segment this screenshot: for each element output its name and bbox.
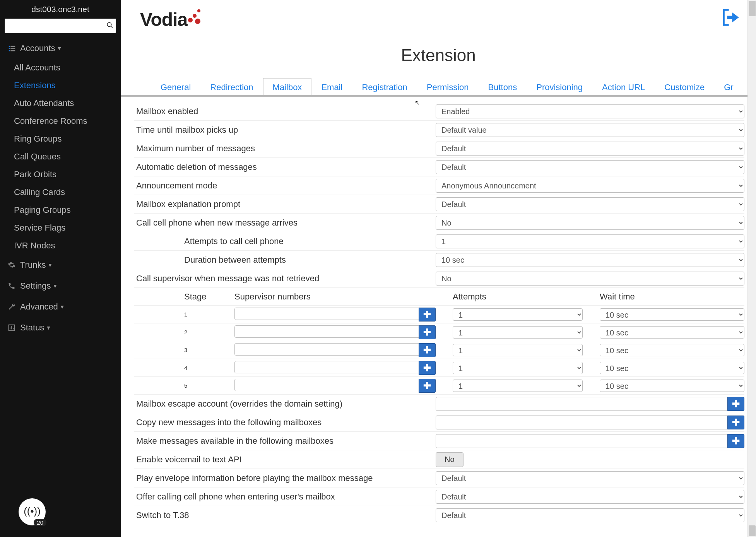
add-escape-account-button[interactable]: ✚ bbox=[727, 397, 744, 411]
page-scrollbar[interactable] bbox=[747, 0, 756, 537]
wrench-icon bbox=[8, 303, 20, 311]
nav-section-settings[interactable]: Settings ▼ bbox=[0, 275, 121, 296]
supervisor-row: 3 ✚ 1 10 sec bbox=[134, 341, 744, 359]
connection-badge[interactable]: ((•)) 20 bbox=[19, 498, 46, 525]
scrollbar-thumb-top[interactable] bbox=[749, 1, 756, 16]
label-copy-into: Copy new messages into the following mai… bbox=[134, 417, 436, 428]
select-call-cell-new[interactable]: No bbox=[436, 216, 744, 230]
sidebar-item-extensions[interactable]: Extensions bbox=[0, 77, 121, 94]
select-explanation-prompt[interactable]: Default bbox=[436, 197, 744, 211]
add-supervisor-button[interactable]: ✚ bbox=[419, 361, 436, 375]
supervisor-wait-select[interactable]: 10 sec bbox=[600, 308, 744, 321]
supervisor-numbers-input[interactable] bbox=[234, 325, 420, 338]
select-call-supervisor[interactable]: No bbox=[436, 272, 744, 286]
supervisor-attempts-select[interactable]: 1 bbox=[453, 344, 583, 356]
tab-customize[interactable]: Customize bbox=[655, 78, 714, 95]
supervisor-row: 5 ✚ 1 10 sec bbox=[134, 377, 744, 395]
label-play-envelope: Play envelope information before playing… bbox=[134, 473, 436, 483]
nav-section-accounts[interactable]: Accounts ▼ bbox=[0, 38, 121, 59]
label-switch-t38: Switch to T.38 bbox=[134, 510, 436, 520]
supervisor-numbers-input[interactable] bbox=[234, 361, 420, 373]
add-copy-into-button[interactable]: ✚ bbox=[727, 416, 744, 429]
search-box[interactable] bbox=[5, 19, 116, 33]
tab-permission[interactable]: Permission bbox=[417, 78, 479, 95]
tab-registration[interactable]: Registration bbox=[352, 78, 417, 95]
content-area: Mailbox enabled Enabled Time until mailb… bbox=[121, 97, 756, 537]
label-call-cell-new: Call cell phone when new message arrives bbox=[134, 218, 436, 228]
search-icon[interactable] bbox=[104, 22, 116, 31]
select-cell-attempts[interactable]: 1 bbox=[436, 234, 744, 248]
select-announcement-mode[interactable]: Anonymous Announcement bbox=[436, 179, 744, 193]
select-max-messages[interactable]: Default bbox=[436, 142, 744, 156]
tab-mailbox[interactable]: Mailbox bbox=[263, 78, 312, 95]
select-auto-delete[interactable]: Default bbox=[436, 160, 744, 174]
select-offer-cell[interactable]: Default bbox=[436, 490, 744, 504]
label-explanation-prompt: Mailbox explanation prompt bbox=[134, 199, 436, 209]
sidebar-item-service-flags[interactable]: Service Flags bbox=[0, 219, 121, 237]
nav-section-advanced[interactable]: Advanced ▼ bbox=[0, 296, 121, 317]
tab-action-url[interactable]: Action URL bbox=[592, 78, 655, 95]
label-cell-attempts: Attempts to call cell phone bbox=[134, 236, 436, 246]
toggle-vm-text-api[interactable]: No bbox=[436, 452, 464, 467]
stage-number: 4 bbox=[184, 364, 234, 371]
label-call-supervisor: Call supervisor when message was not ret… bbox=[134, 274, 436, 284]
add-make-available-button[interactable]: ✚ bbox=[727, 434, 744, 448]
add-supervisor-button[interactable]: ✚ bbox=[419, 343, 436, 357]
supervisor-wait-select[interactable]: 10 sec bbox=[600, 326, 744, 339]
search-input[interactable] bbox=[5, 20, 104, 32]
sidebar-item-ring-groups[interactable]: Ring Groups bbox=[0, 130, 121, 148]
sidebar-item-all-accounts[interactable]: All Accounts bbox=[0, 59, 121, 77]
bars-icon bbox=[8, 324, 20, 332]
sidebar-item-park-orbits[interactable]: Park Orbits bbox=[0, 166, 121, 183]
input-make-available[interactable] bbox=[436, 434, 729, 448]
label-max-messages: Maximum number of messages bbox=[134, 144, 436, 154]
scrollbar-thumb-bottom[interactable] bbox=[749, 525, 756, 536]
tab-email[interactable]: Email bbox=[311, 78, 352, 95]
select-pickup-time[interactable]: Default value bbox=[436, 123, 744, 137]
supervisor-wait-select[interactable]: 10 sec bbox=[600, 362, 744, 374]
sidebar-item-auto-attendants[interactable]: Auto Attendants bbox=[0, 94, 121, 112]
nav-section-status[interactable]: Status ▼ bbox=[0, 317, 121, 338]
add-supervisor-button[interactable]: ✚ bbox=[419, 308, 436, 322]
supervisor-attempts-select[interactable]: 1 bbox=[453, 308, 583, 321]
label-cell-duration: Duration between attempts bbox=[134, 255, 436, 265]
tab-redirection[interactable]: Redirection bbox=[200, 78, 263, 95]
stage-number: 1 bbox=[184, 311, 234, 318]
sidebar-item-calling-cards[interactable]: Calling Cards bbox=[0, 183, 121, 201]
col-stage-header: Stage bbox=[184, 292, 234, 302]
supervisor-wait-select[interactable]: 10 sec bbox=[600, 380, 744, 392]
supervisor-attempts-select[interactable]: 1 bbox=[453, 326, 583, 339]
select-play-envelope[interactable]: Default bbox=[436, 471, 744, 485]
label-escape-account: Mailbox escape account (overrides the do… bbox=[134, 399, 436, 409]
tab-general[interactable]: General bbox=[151, 78, 200, 95]
nav-section-trunks[interactable]: Trunks ▼ bbox=[0, 255, 121, 275]
input-copy-into[interactable] bbox=[436, 416, 729, 429]
add-supervisor-button[interactable]: ✚ bbox=[419, 325, 436, 339]
supervisor-attempts-select[interactable]: 1 bbox=[453, 380, 583, 392]
label-announcement-mode: Announcement mode bbox=[134, 181, 436, 191]
logout-button[interactable] bbox=[720, 7, 741, 31]
supervisor-wait-select[interactable]: 10 sec bbox=[600, 344, 744, 356]
sidebar-item-call-queues[interactable]: Call Queues bbox=[0, 148, 121, 166]
select-cell-duration[interactable]: 10 sec bbox=[436, 253, 744, 267]
svg-line-1 bbox=[111, 26, 113, 28]
supervisor-numbers-input[interactable] bbox=[234, 379, 420, 391]
select-switch-t38[interactable]: Default bbox=[436, 508, 744, 522]
sidebar-item-paging-groups[interactable]: Paging Groups bbox=[0, 201, 121, 219]
sidebar-item-ivr-nodes[interactable]: IVR Nodes bbox=[0, 237, 121, 255]
tab-buttons[interactable]: Buttons bbox=[479, 78, 527, 95]
sidebar-item-conference-rooms[interactable]: Conference Rooms bbox=[0, 112, 121, 130]
supervisor-numbers-input[interactable] bbox=[234, 343, 420, 356]
tab-gr[interactable]: Gr bbox=[714, 78, 743, 95]
input-escape-account[interactable] bbox=[436, 397, 729, 411]
supervisor-attempts-select[interactable]: 1 bbox=[453, 362, 583, 374]
supervisor-numbers-input[interactable] bbox=[234, 308, 420, 320]
select-mailbox-enabled[interactable]: Enabled bbox=[436, 104, 744, 118]
add-supervisor-button[interactable]: ✚ bbox=[419, 379, 436, 393]
tab-provisioning[interactable]: Provisioning bbox=[527, 78, 592, 95]
page-title: Extension bbox=[121, 39, 756, 78]
nav-label: Accounts bbox=[20, 43, 55, 53]
brand-logo: Vodia bbox=[140, 9, 202, 30]
broadcast-icon: ((•)) bbox=[24, 505, 41, 517]
nav-label: Trunks bbox=[20, 260, 46, 270]
